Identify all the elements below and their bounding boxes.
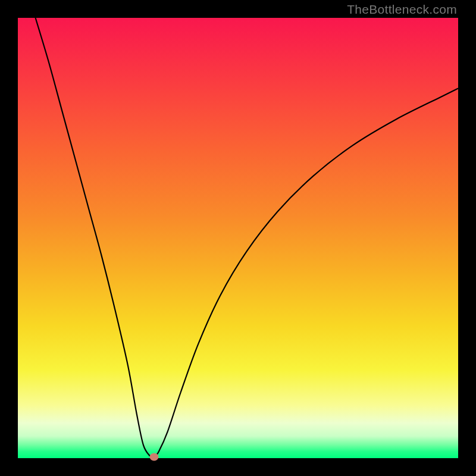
optimal-point-marker bbox=[150, 453, 159, 461]
bottleneck-curve-svg bbox=[18, 18, 458, 458]
bottleneck-curve-path bbox=[36, 18, 458, 458]
watermark-text: TheBottleneck.com bbox=[347, 2, 457, 17]
chart-frame bbox=[18, 18, 458, 458]
